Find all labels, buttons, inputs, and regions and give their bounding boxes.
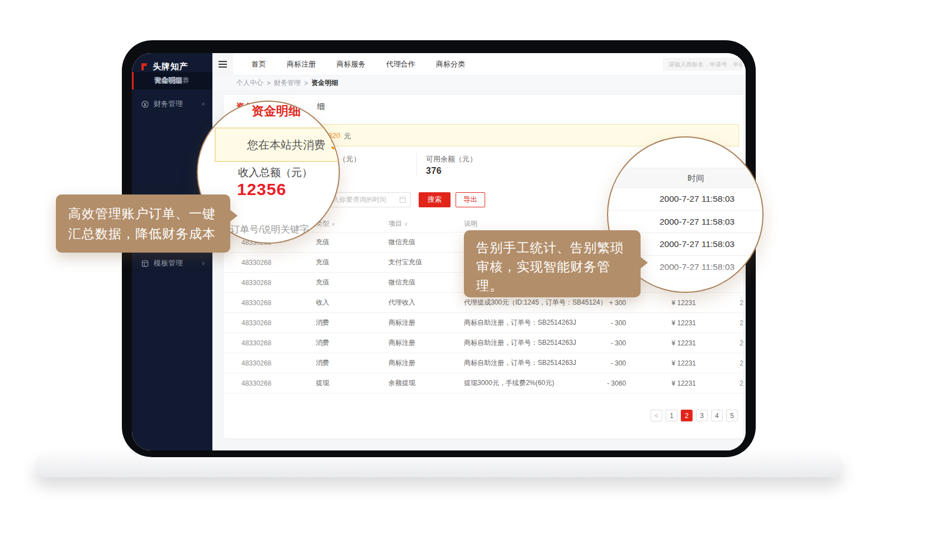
- expense-label-fragment: （元）: [339, 154, 361, 164]
- header-project[interactable]: 项目∨: [388, 219, 464, 229]
- cell-description: 商标自助注册，订单号：SB2514263J: [464, 338, 604, 348]
- brand-logo[interactable]: 头牌知产: [132, 53, 212, 72]
- hamburger-menu-icon[interactable]: [212, 53, 233, 75]
- cell-order-no: 48330268: [241, 379, 316, 387]
- top-nav-items: 首页商标注册商标服务代理合作商标分类: [252, 59, 465, 69]
- table-row: 48330268 消费 商标注册 商标自助注册，订单号：SB2514263J -…: [224, 313, 743, 333]
- cell-project: 支付宝充值: [388, 258, 464, 267]
- chevron-up-icon: ∧: [201, 101, 205, 107]
- cell-order-no: 48330268: [241, 279, 316, 287]
- cell-amount: - 300: [604, 359, 626, 367]
- callout-left: 高效管理账户订单、一键 汇总数据，降低财务成本: [56, 194, 230, 253]
- cell-project: 微信充值: [388, 278, 464, 287]
- breadcrumb-item[interactable]: 个人中心: [236, 78, 263, 88]
- callout-left-line: 高效管理账户订单、一键: [68, 203, 218, 224]
- pagination-page-button[interactable]: 2: [681, 410, 693, 421]
- cell-description: 提现3000元，手续费2%(60元): [464, 378, 604, 388]
- export-button[interactable]: 导出: [456, 192, 485, 207]
- cell-description: 商标自助注册，订单号：SB2514263J: [464, 358, 604, 368]
- sidebar-item-template[interactable]: 模板管理 ∨: [132, 254, 212, 272]
- cell-type: 消费: [316, 338, 388, 348]
- cell-balance: ¥ 12231: [626, 319, 696, 327]
- banner-unit: 元: [344, 131, 351, 141]
- breadcrumb: 个人中心 > 财务管理 > 资金明细: [212, 75, 746, 91]
- cell-balance: ¥ 12231: [626, 359, 696, 367]
- cell-project: 商标注册: [388, 318, 464, 328]
- cell-type: 充值: [316, 258, 388, 267]
- calendar-icon[interactable]: [400, 197, 406, 203]
- top-nav-link[interactable]: 首页: [252, 59, 266, 69]
- callout-right-line: 告别手工统计、告别繁琐: [476, 238, 628, 257]
- lens-banner-text: 您在本站共消费: [247, 137, 325, 153]
- cell-order-no: 48330268: [241, 299, 316, 307]
- cell-type: 充值: [316, 238, 388, 247]
- template-icon: [141, 259, 149, 268]
- cell-type: 消费: [316, 318, 388, 328]
- top-nav-link[interactable]: 商标服务: [336, 59, 366, 69]
- callout-right: 告别手工统计、告别繁琐 审核，实现智能财务管 理。: [464, 230, 641, 297]
- balance-label: 可用余额（元）: [426, 154, 477, 164]
- lens-column-header: 订单号/说明关键字: [230, 223, 309, 236]
- caret-down-icon: ∨: [331, 221, 335, 227]
- search-button[interactable]: 搜索: [419, 192, 451, 207]
- finance-icon: [141, 100, 149, 108]
- breadcrumb-current: 资金明细: [311, 78, 338, 88]
- pagination-prev-button[interactable]: <: [651, 410, 662, 421]
- callout-arrow-icon: [640, 257, 648, 269]
- caret-down-icon: ∨: [404, 221, 408, 227]
- header-type[interactable]: 类型∨: [316, 219, 388, 229]
- callout-left-line: 汇总数据，降低财务成本: [68, 224, 218, 244]
- pagination-page-button[interactable]: 1: [666, 410, 677, 421]
- top-nav-link[interactable]: 商标分类: [436, 59, 465, 69]
- brand-logo-icon: [140, 63, 149, 71]
- top-nav-link[interactable]: 代理合作: [386, 59, 415, 69]
- cell-order-no: 48330268: [241, 319, 316, 327]
- cell-amount: - 300: [604, 319, 626, 327]
- cell-project: 余额提现: [388, 378, 464, 388]
- balance-value: 376: [426, 166, 442, 176]
- cell-order-no: 48330268: [241, 259, 316, 267]
- table-row: 48330268 消费 商标注册 商标自助注册，订单号：SB2514263J -…: [224, 333, 743, 353]
- lens-tab-fragment: 资金明细: [252, 103, 301, 120]
- cell-project: 代理收入: [388, 298, 464, 307]
- pagination-pages: 12345: [666, 410, 738, 421]
- page: 头牌知产 账户管理 ∨ 财务管理 ∧ 在线充值 资金: [0, 0, 948, 560]
- breadcrumb-separator: >: [304, 79, 308, 87]
- cell-project: 商标注册: [388, 358, 464, 368]
- cell-time-fragment: 2: [696, 319, 743, 327]
- lens-time-value: 2000-7-27 11:58:03: [608, 211, 762, 234]
- callout-arrow-icon: [230, 210, 238, 222]
- sidebar-item-finance[interactable]: 财务管理 ∧: [132, 95, 212, 113]
- lens-banner: 您在本站共消费 32124: [215, 127, 340, 162]
- cell-order-no: 48330268: [241, 339, 316, 347]
- cell-balance: ¥ 12231: [626, 379, 696, 387]
- tab-fragment[interactable]: 细: [317, 102, 325, 112]
- cell-time-fragment: 2: [696, 379, 743, 387]
- table-row: 48330268 提现 余额提现 提现3000元，手续费2%(60元) - 30…: [224, 373, 743, 393]
- cell-type: 充值: [316, 278, 388, 287]
- cell-order-no: 48330268: [241, 359, 316, 367]
- brand-name: 头牌知产: [153, 61, 188, 72]
- pagination-page-button[interactable]: 5: [726, 410, 738, 421]
- lens-time-value: 2000-7-27 11:58:03: [608, 188, 762, 211]
- cell-amount: + 300: [604, 299, 626, 307]
- cell-time-fragment: 2: [696, 299, 743, 307]
- cell-description: 代理提成300元（ID:1245，订单号：SB45124）: [464, 298, 604, 307]
- stats-divider: [416, 153, 417, 177]
- top-nav-link[interactable]: 商标注册: [287, 59, 316, 69]
- top-navbar: 首页商标注册商标服务代理合作商标分类: [212, 53, 746, 75]
- breadcrumb-separator: >: [267, 79, 271, 87]
- chevron-down-icon: ∨: [201, 260, 205, 266]
- trademark-search-input[interactable]: [663, 58, 742, 71]
- breadcrumb-item[interactable]: 财务管理: [274, 78, 301, 88]
- pagination: < 12345: [651, 410, 738, 421]
- pagination-page-button[interactable]: 3: [696, 410, 708, 421]
- pagination-page-button[interactable]: 4: [711, 410, 723, 421]
- cell-project: 商标注册: [388, 338, 464, 348]
- cell-balance: ¥ 12231: [626, 339, 696, 347]
- cell-time-fragment: 2: [696, 359, 743, 367]
- header-description: 说明: [464, 219, 604, 229]
- sidebar-subitem[interactable]: 我的发票: [132, 72, 212, 89]
- callout-right-line: 理。: [476, 276, 628, 295]
- lens-time-header-band: 时间: [608, 168, 762, 188]
